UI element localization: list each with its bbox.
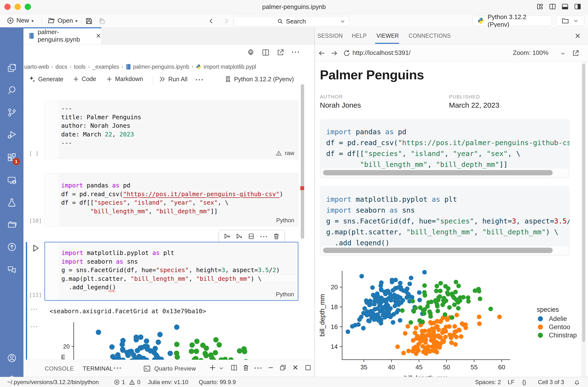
notebook-settings-gear-icon[interactable] xyxy=(247,48,255,57)
status-cell-position[interactable]: Cell 3 of 3 xyxy=(538,377,564,387)
status-python-path[interactable]: ~/.pyenv/versions/3.12.2/bin/python xyxy=(7,377,99,387)
status-quarto-version[interactable]: Quarto: 99.9.9 xyxy=(199,377,236,387)
restore-panel-icon[interactable] xyxy=(279,364,287,371)
breadcrumb-item[interactable]: uarto-web xyxy=(24,64,49,70)
code-line[interactable]: import matplotlib.pyplot as plt xyxy=(62,249,296,257)
tab-palmer-penguins[interactable]: palmer-penguins.ipynb ✕ xyxy=(23,27,101,44)
cell-more-actions-icon[interactable]: ⋯ xyxy=(260,233,268,239)
hscrollbar-track[interactable] xyxy=(321,169,568,177)
generate-button[interactable]: Generate xyxy=(28,75,63,83)
breadcrumb-item[interactable]: palmer-penguins.ipynb xyxy=(133,64,189,70)
viewer-url[interactable]: http://localhost:5391/ xyxy=(353,49,411,57)
viewer-back-icon[interactable] xyxy=(318,49,326,57)
viewer-scrollbar-track[interactable] xyxy=(581,62,586,377)
delete-cell-icon[interactable] xyxy=(273,233,280,240)
run-all-button[interactable]: Run All xyxy=(159,75,187,83)
account-icon[interactable] xyxy=(7,353,17,363)
notebook-cell-python-1[interactable]: import pandas as pddf = pd.read_csv("htt… xyxy=(44,173,298,226)
cell-code[interactable]: ---title: Palmer Penguinsauthor: Norah J… xyxy=(61,104,297,147)
run-cells-above-icon[interactable] xyxy=(223,233,231,240)
tab-session[interactable]: SESSION xyxy=(317,27,343,44)
customize-layout-icon[interactable] xyxy=(536,3,544,10)
navigate-forward-button[interactable] xyxy=(222,17,230,25)
code-line[interactable]: .add_legend() xyxy=(62,283,296,292)
status-julia-env[interactable]: Julia env: v1.10 xyxy=(148,377,188,387)
breadcrumb-item[interactable]: import matplotlib.pypl xyxy=(204,64,256,70)
panel-more-actions-icon[interactable]: ⋯ xyxy=(254,363,262,373)
code-line[interactable]: --- xyxy=(61,139,297,147)
cell-code[interactable]: import matplotlib.pyplot as pltimport se… xyxy=(62,249,296,292)
split-editor-icon[interactable] xyxy=(262,48,270,57)
code-line[interactable]: df = df[["species", "island", "year", "s… xyxy=(61,198,297,207)
tab-terminal[interactable]: TERMINAL xyxy=(83,360,113,377)
cell-language-label[interactable]: raw xyxy=(276,150,294,156)
save-all-button[interactable] xyxy=(98,17,106,25)
cell-language-label[interactable]: Python xyxy=(276,291,294,298)
code-line[interactable]: df = pd.read_csv("https://pos.it/palmer-… xyxy=(61,190,297,199)
collapse-output-icon[interactable]: ⋯ xyxy=(30,324,38,329)
cell-language-label[interactable]: Python xyxy=(276,217,294,224)
testing-beaker-icon[interactable] xyxy=(7,197,17,208)
code-line[interactable]: date: March 22, 2023 xyxy=(61,130,297,139)
tab-help[interactable]: HELP xyxy=(352,27,367,44)
notebook-more-actions-icon[interactable]: ⋯ xyxy=(195,74,204,85)
maximize-panel-icon[interactable] xyxy=(304,364,312,371)
viewer-zoom-label[interactable]: Zoom: 100% xyxy=(513,49,548,57)
comments-icon[interactable] xyxy=(7,265,17,275)
quarto-preview-button[interactable]: Quarto Preview xyxy=(143,360,196,377)
hscrollbar-thumb[interactable] xyxy=(323,248,553,253)
add-markdown-cell-button[interactable]: Markdown xyxy=(106,75,143,83)
breadcrumb-item[interactable]: _examples xyxy=(92,64,119,70)
editor-scrollbar-thumb[interactable] xyxy=(301,84,304,239)
kill-terminal-icon[interactable] xyxy=(242,364,250,371)
tab-close-icon[interactable]: ✕ xyxy=(96,32,101,40)
notebook-cell-python-2[interactable]: import matplotlib.pyplot as pltimport se… xyxy=(44,242,298,301)
open-in-browser-icon[interactable] xyxy=(572,49,580,57)
code-line[interactable]: import pandas as pd xyxy=(61,181,297,190)
code-line[interactable]: g = sns.FacetGrid(df, hue="species", hei… xyxy=(62,266,296,275)
breadcrumb-item[interactable]: docs xyxy=(56,64,67,70)
terminal-dropdown-icon[interactable] xyxy=(218,365,224,371)
breadcrumb-item[interactable]: tools xyxy=(74,64,86,70)
viewer-scrollbar-thumb[interactable] xyxy=(582,64,585,342)
search-view-icon[interactable] xyxy=(7,85,17,95)
remote-session-icon[interactable] xyxy=(7,175,17,185)
code-line[interactable]: --- xyxy=(61,104,297,113)
split-cell-icon[interactable] xyxy=(248,233,255,240)
run-debug-icon[interactable] xyxy=(7,130,17,140)
tab-console[interactable]: CONSOLE xyxy=(45,360,74,377)
toggle-panel-icon[interactable] xyxy=(561,3,569,10)
open-button[interactable]: Open▾ xyxy=(47,17,78,24)
kernel-selector-button[interactable]: Python 3.12.2 (Pyenv) xyxy=(224,75,294,83)
toggle-secondary-sidebar-icon[interactable] xyxy=(574,3,581,10)
new-terminal-icon[interactable] xyxy=(209,364,216,371)
save-button[interactable] xyxy=(85,17,93,25)
tab-viewer[interactable]: VIEWER xyxy=(377,27,399,44)
source-control-icon[interactable] xyxy=(7,108,17,118)
close-panel-icon[interactable]: ✕ xyxy=(292,363,298,372)
search-input[interactable]: Search xyxy=(233,16,349,27)
hscrollbar-thumb[interactable] xyxy=(323,170,553,175)
collapse-output-icon[interactable]: ⋯ xyxy=(30,307,38,312)
status-eol[interactable]: LF xyxy=(508,377,514,387)
code-line[interactable]: "bill_length_mm", "bill_depth_mm"]] xyxy=(61,207,297,216)
hscrollbar-track[interactable] xyxy=(321,246,568,255)
cell-code[interactable]: import pandas as pddf = pd.read_csv("htt… xyxy=(61,181,297,215)
breadcrumb[interactable]: uarto-web›docs›tools›_examples›palmer-pe… xyxy=(24,62,302,72)
notebook-cell-raw[interactable]: ---title: Palmer Penguinsauthor: Norah J… xyxy=(44,101,298,159)
editor-more-actions-icon[interactable]: ⋯ xyxy=(291,48,300,56)
open-external-icon[interactable] xyxy=(276,48,285,57)
navigate-back-button[interactable] xyxy=(208,17,215,25)
code-line[interactable]: title: Palmer Penguins xyxy=(61,113,297,122)
close-viewer-icon[interactable]: ✕ xyxy=(575,32,581,40)
viewer-reload-icon[interactable] xyxy=(343,49,351,57)
explorer-icon[interactable] xyxy=(7,63,17,73)
status-language-braces[interactable]: {} xyxy=(522,377,526,387)
split-editor-layout-icon[interactable] xyxy=(549,3,556,10)
new-button[interactable]: New▾ xyxy=(7,17,34,24)
add-code-cell-button[interactable]: Code xyxy=(73,75,96,83)
viewer-forward-icon[interactable] xyxy=(330,49,338,57)
panel-more-tabs-icon[interactable]: ⋯ xyxy=(113,363,122,373)
zoom-dropdown-icon[interactable] xyxy=(560,51,566,56)
split-panel-icon[interactable] xyxy=(231,364,238,371)
